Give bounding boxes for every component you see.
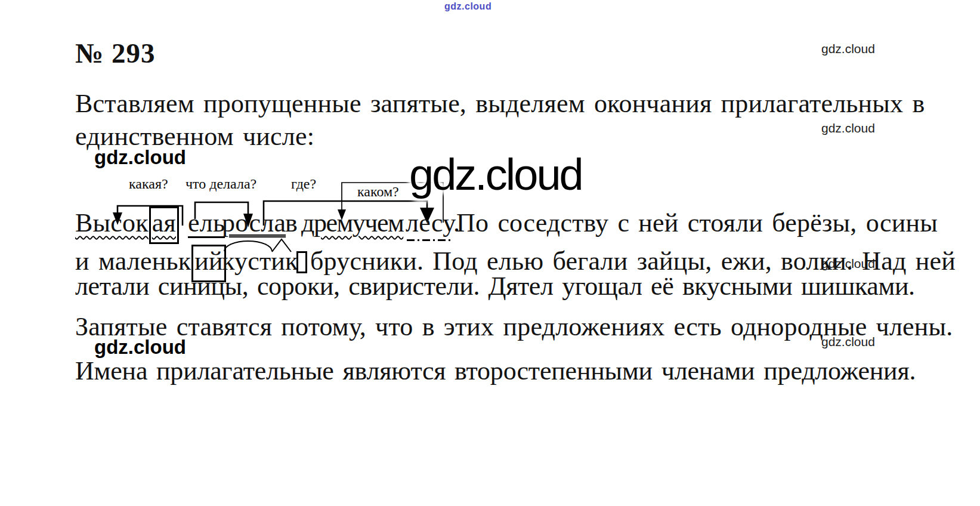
exercise-number: № 293 [75,38,155,69]
adjective-stem: Высок [75,208,149,237]
adjective-ending-box-aya: ая [149,206,179,244]
word-v: в [285,209,298,237]
word-el-subject: ель [188,209,225,237]
sentence-line3: летали синицы, сороки, свиристели. Дятел… [75,272,915,301]
watermark-top-right: gdz.cloud [821,42,875,55]
zero-ending-box [296,251,307,273]
word-lesu: лесу. [406,208,460,237]
question-label-kakom: каком? [357,184,399,199]
watermark-center-large: gdz.cloud [409,150,582,199]
watermark-intro-right: gdz.cloud [821,121,875,135]
word-rosla-predicate: росла [222,209,286,237]
question-label-kakaya: какая? [129,176,168,192]
root-arc [224,240,273,251]
task-description-line2: единственном числе: [75,122,314,151]
word-vysokaya: Высокая [75,209,180,237]
watermark-top-center: gdz.cloud [444,1,491,12]
sentence-line1-rest: По соседству с ней стояли берёзы, осины [456,209,938,237]
conclusion-paragraph-2: Имена прилагательные являются второстепе… [75,357,916,385]
conclusion-paragraph-1: Запятые ставятся потому, что в этих пред… [75,313,953,341]
question-label-gde: где? [291,176,316,192]
question-label-chto-delala: что делала? [186,176,256,192]
task-description-line1: Вставляем пропущенные запятые, выделяем … [75,90,925,118]
word-dremuchem: дремучем [301,209,403,237]
scanned-answer-page: gdz.cloud gdz.cloud gdz.cloud gdz.cloud … [0,0,980,506]
